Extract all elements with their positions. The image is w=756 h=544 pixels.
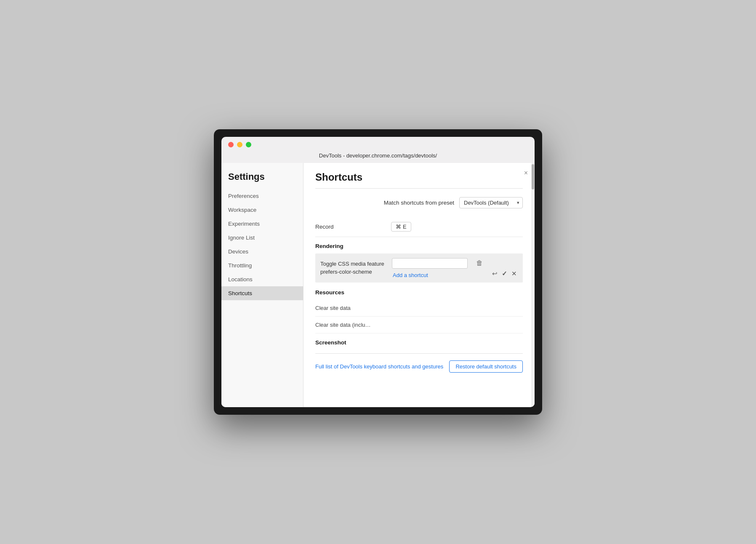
devtools-keyboard-shortcuts-link[interactable]: Full list of DevTools keyboard shortcuts…: [315, 363, 443, 370]
restore-defaults-button[interactable]: Restore default shortcuts: [449, 360, 523, 373]
trash-icon-button[interactable]: 🗑: [474, 258, 484, 269]
title-divider: [315, 188, 523, 189]
sidebar-title: Settings: [221, 171, 303, 189]
clear-site-data-label: Clear site data: [315, 305, 523, 311]
sidebar-item-experiments[interactable]: Experiments: [221, 217, 303, 231]
undo-icon-button[interactable]: ↩: [491, 269, 498, 278]
rendering-heading: Rendering: [315, 237, 523, 253]
address-bar: DevTools - developer.chrome.com/tags/dev…: [319, 151, 437, 163]
record-key-badge: ⌘ E: [391, 222, 411, 232]
clear-site-data-row: Clear site data: [315, 300, 523, 317]
close-traffic-light[interactable]: [228, 142, 234, 147]
sidebar-item-locations[interactable]: Locations: [221, 272, 303, 286]
toggle-css-label-line2: prefers-color-scheme: [320, 269, 372, 275]
sidebar-item-preferences[interactable]: Preferences: [221, 189, 303, 203]
resources-heading: Resources: [315, 283, 523, 300]
preset-row: Match shortcuts from preset DevTools (De…: [315, 197, 523, 208]
toggle-css-label-line1: Toggle CSS media feature: [320, 261, 384, 267]
record-row: Record ⌘ E: [315, 217, 523, 237]
cancel-icon-button[interactable]: ✕: [511, 269, 518, 278]
toggle-css-label: Toggle CSS media feature prefers-color-s…: [320, 260, 392, 275]
minimize-traffic-light[interactable]: [237, 142, 242, 147]
clear-site-data-inclu-row: Clear site data (inclu…: [315, 317, 523, 333]
add-shortcut-link[interactable]: Add a shortcut: [392, 272, 428, 278]
sidebar: Settings Preferences Workspace Experimen…: [221, 163, 303, 407]
sidebar-item-devices[interactable]: Devices: [221, 245, 303, 259]
main-scroll-area: × Shortcuts Match shortcuts from preset …: [303, 163, 535, 407]
key-cmd: ⌘: [396, 224, 401, 230]
scrollbar-thumb[interactable]: [532, 164, 534, 189]
preset-select[interactable]: DevTools (Default) Visual Studio Code: [459, 197, 523, 208]
maximize-traffic-light[interactable]: [246, 142, 251, 147]
confirm-icon-button[interactable]: ✓: [501, 269, 508, 278]
shortcut-input[interactable]: [392, 258, 468, 269]
sidebar-item-shortcuts[interactable]: Shortcuts: [221, 286, 303, 300]
page-title: Shortcuts: [315, 171, 523, 183]
shortcut-item-toggle-css: Toggle CSS media feature prefers-color-s…: [315, 253, 523, 283]
clear-site-data-inclu-label: Clear site data (inclu…: [315, 322, 523, 328]
main-content: × Shortcuts Match shortcuts from preset …: [303, 163, 535, 384]
sidebar-item-workspace[interactable]: Workspace: [221, 203, 303, 217]
sidebar-item-throttling[interactable]: Throttling: [221, 259, 303, 272]
close-button[interactable]: ×: [524, 170, 528, 176]
bottom-bar: Full list of DevTools keyboard shortcuts…: [315, 353, 523, 376]
screenshot-heading: Screenshot: [315, 333, 523, 350]
scrollbar-track[interactable]: [531, 163, 535, 407]
window: DevTools - developer.chrome.com/tags/dev…: [214, 129, 542, 415]
window-body: Settings Preferences Workspace Experimen…: [221, 163, 535, 407]
sidebar-item-ignore-list[interactable]: Ignore List: [221, 231, 303, 245]
key-e: E: [403, 224, 407, 230]
browser-chrome: DevTools - developer.chrome.com/tags/dev…: [221, 137, 535, 163]
preset-label: Match shortcuts from preset: [384, 200, 454, 206]
traffic-lights: [228, 142, 251, 147]
record-label: Record: [315, 224, 391, 230]
preset-select-wrapper: DevTools (Default) Visual Studio Code ▾: [459, 197, 523, 208]
